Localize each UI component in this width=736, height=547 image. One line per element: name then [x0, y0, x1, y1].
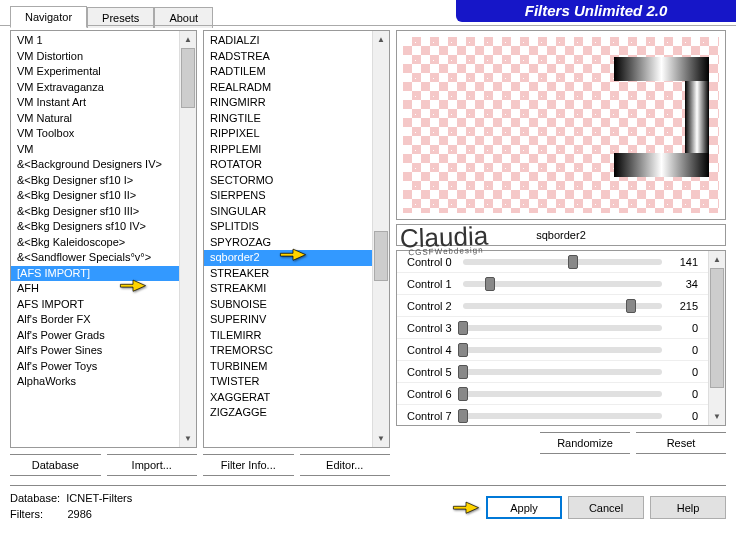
control-label: Control 0 — [397, 256, 457, 268]
list-item[interactable]: TREMORSC — [204, 343, 389, 359]
scroll-down-icon[interactable]: ▼ — [373, 430, 389, 447]
reset-button[interactable]: Reset — [636, 432, 726, 454]
list-item[interactable]: RIPPLEMI — [204, 142, 389, 158]
list-item[interactable]: VM Toolbox — [11, 126, 196, 142]
list-item[interactable]: &<Bkg Designer sf10 I> — [11, 173, 196, 189]
scrollbar[interactable]: ▲ ▼ — [708, 251, 725, 425]
list-item[interactable]: VM Natural — [11, 111, 196, 127]
scrollbar[interactable]: ▲ ▼ — [372, 31, 389, 447]
scroll-up-icon[interactable]: ▲ — [709, 251, 725, 268]
list-item[interactable]: TWISTER — [204, 374, 389, 390]
slider-thumb[interactable] — [458, 387, 468, 401]
control-slider[interactable] — [463, 303, 662, 309]
list-item[interactable]: TILEMIRR — [204, 328, 389, 344]
control-value: 0 — [668, 388, 708, 400]
list-item[interactable]: &<Bkg Designers sf10 IV> — [11, 219, 196, 235]
control-slider[interactable] — [463, 259, 662, 265]
list-item[interactable]: STREAKMI — [204, 281, 389, 297]
control-row: Control 30 — [397, 317, 708, 339]
list-item[interactable]: Alf's Power Sines — [11, 343, 196, 359]
list-item[interactable]: RADSTREA — [204, 49, 389, 65]
list-item[interactable]: RADIALZI — [204, 33, 389, 49]
list-item[interactable]: TURBINEM — [204, 359, 389, 375]
slider-thumb[interactable] — [626, 299, 636, 313]
list-item[interactable]: Alf's Power Grads — [11, 328, 196, 344]
list-item[interactable]: &<Bkg Designer sf10 II> — [11, 188, 196, 204]
category-list[interactable]: VM 1VM DistortionVM ExperimentalVM Extra… — [10, 30, 197, 448]
control-label: Control 6 — [397, 388, 457, 400]
list-item[interactable]: SPLITDIS — [204, 219, 389, 235]
control-slider[interactable] — [463, 281, 662, 287]
database-button[interactable]: Database — [10, 454, 101, 476]
help-button[interactable]: Help — [650, 496, 726, 519]
scrollbar[interactable]: ▲ ▼ — [179, 31, 196, 447]
scroll-thumb[interactable] — [710, 268, 724, 388]
list-item[interactable]: SUBNOISE — [204, 297, 389, 313]
control-slider[interactable] — [463, 347, 662, 353]
slider-thumb[interactable] — [568, 255, 578, 269]
control-label: Control 5 — [397, 366, 457, 378]
list-item[interactable]: STREAKER — [204, 266, 389, 282]
list-item[interactable]: RINGMIRR — [204, 95, 389, 111]
list-item[interactable]: [AFS IMPORT] — [11, 266, 196, 282]
list-item[interactable]: AFS IMPORT — [11, 297, 196, 313]
list-item[interactable]: sqborder2 — [204, 250, 389, 266]
list-item[interactable]: &<Sandflower Specials°v°> — [11, 250, 196, 266]
list-item[interactable]: RINGTILE — [204, 111, 389, 127]
list-item[interactable]: SECTORMO — [204, 173, 389, 189]
list-item[interactable]: SIERPENS — [204, 188, 389, 204]
list-item[interactable]: VM Instant Art — [11, 95, 196, 111]
control-label: Control 2 — [397, 300, 457, 312]
control-slider[interactable] — [463, 413, 662, 419]
db-value: ICNET-Filters — [66, 492, 132, 504]
slider-thumb[interactable] — [458, 365, 468, 379]
filters-count-value: 2986 — [67, 508, 91, 520]
list-item[interactable]: REALRADM — [204, 80, 389, 96]
editor-button[interactable]: Editor... — [300, 454, 391, 476]
scroll-thumb[interactable] — [374, 231, 388, 281]
control-value: 215 — [668, 300, 708, 312]
scroll-up-icon[interactable]: ▲ — [373, 31, 389, 48]
list-item[interactable]: VM Extravaganza — [11, 80, 196, 96]
slider-thumb[interactable] — [458, 409, 468, 423]
list-item[interactable]: RADTILEM — [204, 64, 389, 80]
list-item[interactable]: SINGULAR — [204, 204, 389, 220]
control-label: Control 1 — [397, 278, 457, 290]
filter-list[interactable]: RADIALZIRADSTREARADTILEMREALRADMRINGMIRR… — [203, 30, 390, 448]
scroll-up-icon[interactable]: ▲ — [180, 31, 196, 48]
list-item[interactable]: VM Distortion — [11, 49, 196, 65]
list-item[interactable]: Alf's Power Toys — [11, 359, 196, 375]
list-item[interactable]: ROTATOR — [204, 157, 389, 173]
list-item[interactable]: ZIGZAGGE — [204, 405, 389, 421]
list-item[interactable]: AFH — [11, 281, 196, 297]
list-item[interactable]: RIPPIXEL — [204, 126, 389, 142]
list-item[interactable]: VM — [11, 142, 196, 158]
list-item[interactable]: XAGGERAT — [204, 390, 389, 406]
control-slider[interactable] — [463, 391, 662, 397]
list-item[interactable]: SPYROZAG — [204, 235, 389, 251]
tab-navigator[interactable]: Navigator — [10, 6, 87, 28]
list-item[interactable]: &<Bkg Designer sf10 III> — [11, 204, 196, 220]
list-item[interactable]: VM Experimental — [11, 64, 196, 80]
slider-thumb[interactable] — [458, 321, 468, 335]
list-item[interactable]: SUPERINV — [204, 312, 389, 328]
preview-shape — [614, 57, 709, 177]
filter-info-button[interactable]: Filter Info... — [203, 454, 294, 476]
list-item[interactable]: Alf's Border FX — [11, 312, 196, 328]
cancel-button[interactable]: Cancel — [568, 496, 644, 519]
list-item[interactable]: VM 1 — [11, 33, 196, 49]
list-item[interactable]: &<Background Designers IV> — [11, 157, 196, 173]
slider-thumb[interactable] — [458, 343, 468, 357]
control-slider[interactable] — [463, 325, 662, 331]
import-button[interactable]: Import... — [107, 454, 198, 476]
apply-button[interactable]: Apply — [486, 496, 562, 519]
scroll-thumb[interactable] — [181, 48, 195, 108]
slider-thumb[interactable] — [485, 277, 495, 291]
scroll-down-icon[interactable]: ▼ — [709, 408, 725, 425]
control-slider[interactable] — [463, 369, 662, 375]
randomize-button[interactable]: Randomize — [540, 432, 630, 454]
list-item[interactable]: &<Bkg Kaleidoscope> — [11, 235, 196, 251]
scroll-down-icon[interactable]: ▼ — [180, 430, 196, 447]
controls-panel: Control 0141Control 134Control 2215Contr… — [396, 250, 726, 426]
list-item[interactable]: AlphaWorks — [11, 374, 196, 390]
